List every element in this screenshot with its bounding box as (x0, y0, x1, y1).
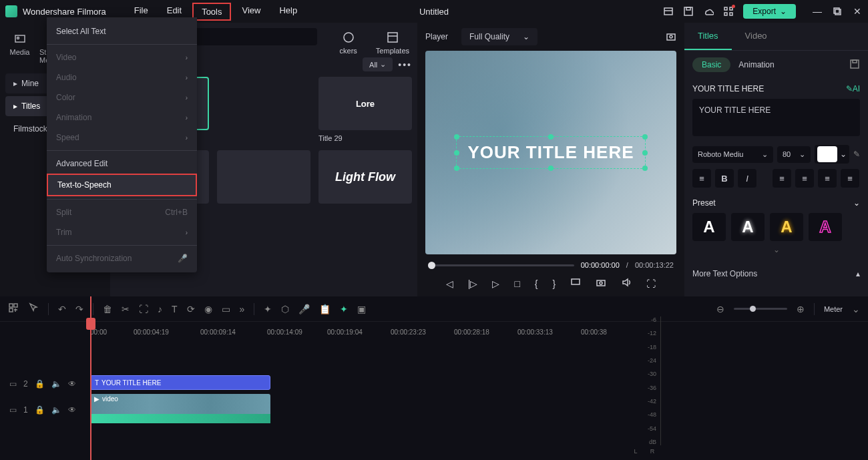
playback-scrubber[interactable] (428, 264, 574, 266)
close-button[interactable]: ✕ (852, 6, 863, 17)
font-size-select[interactable]: 80⌄ (777, 146, 811, 163)
align-justify-button[interactable]: ≡ (841, 169, 859, 188)
line-spacing-button[interactable]: ≡ (692, 169, 711, 188)
zoom-out-icon[interactable]: ⊖ (716, 304, 724, 314)
tab-stickers[interactable]: ckers (337, 28, 360, 57)
color-icon[interactable]: ◉ (204, 304, 212, 314)
save-icon[interactable] (683, 6, 694, 17)
save-preset-icon[interactable] (849, 59, 860, 71)
align-left-button[interactable]: ≡ (773, 169, 791, 188)
tab-templates[interactable]: Templates (373, 28, 412, 57)
zoom-in-icon[interactable]: ⊕ (797, 304, 805, 314)
eyedropper-icon[interactable]: ✎ (853, 150, 860, 159)
more-text-options[interactable]: More Text Options▴ (692, 265, 860, 282)
snapshot-icon[interactable] (666, 31, 676, 42)
menu-audio[interactable]: Audio› (47, 67, 197, 87)
music-icon[interactable]: ♪ (158, 304, 162, 314)
subtab-animation[interactable]: Animation (738, 60, 774, 69)
camera-icon[interactable] (596, 277, 606, 290)
mic-icon[interactable]: 🎤 (298, 304, 310, 314)
menu-animation[interactable]: Animation› (47, 107, 197, 128)
preset-4[interactable]: A (809, 213, 842, 241)
frame-icon[interactable]: ▣ (357, 304, 366, 314)
layout-icon[interactable] (663, 6, 674, 17)
timeline-ruler[interactable]: 00:00 00:00:04:19 00:00:09:14 00:00:14:0… (0, 322, 868, 342)
ai-edit-icon[interactable]: ✎AI (846, 84, 860, 93)
font-family-select[interactable]: Roboto Mediu⌄ (692, 146, 773, 163)
prev-frame-icon[interactable]: ◁ (446, 278, 453, 289)
track-badge-icon[interactable]: ▭ (9, 405, 17, 415)
preset-more-icon[interactable]: ⌄ (692, 245, 860, 254)
visibility-icon[interactable]: 👁 (68, 379, 76, 389)
chevron-down-icon[interactable]: ⌄ (852, 304, 860, 314)
menu-advanced-edit[interactable]: Advanced Edit (47, 154, 197, 174)
fullscreen-icon[interactable]: ⛶ (646, 278, 656, 289)
speed-icon[interactable]: ⟳ (187, 304, 195, 314)
menu-auto-sync[interactable]: Auto Synchronization🎤 (47, 248, 197, 268)
quality-dropdown[interactable]: Full Quality⌄ (461, 28, 537, 45)
tab-media[interactable]: Media (3, 28, 37, 68)
mute-icon[interactable]: 🔈 (51, 379, 61, 389)
minimize-button[interactable]: — (812, 6, 823, 17)
play-icon[interactable]: ▷ (492, 278, 499, 289)
menu-help[interactable]: Help (271, 3, 305, 21)
video-clip[interactable]: ▶video (90, 394, 270, 423)
zoom-slider[interactable] (734, 308, 787, 310)
menu-tools[interactable]: Tools (192, 3, 231, 21)
expand-icon[interactable]: » (240, 304, 245, 314)
track-badge-icon[interactable]: ▭ (9, 379, 17, 389)
menu-split[interactable]: SplitCtrl+B (47, 202, 197, 222)
more-options-button[interactable]: ••• (398, 59, 412, 70)
video-preview[interactable]: YOUR TITLE HERE (425, 51, 676, 254)
volume-icon[interactable] (621, 277, 632, 290)
subtab-basic[interactable]: Basic (692, 57, 730, 72)
visibility-icon[interactable]: 👁 (68, 405, 76, 415)
bold-button[interactable]: B (715, 169, 734, 188)
menu-speed[interactable]: Speed› (47, 128, 197, 148)
align-right-button[interactable]: ≡ (818, 169, 837, 188)
tab-video-inspector[interactable]: Video (732, 23, 781, 50)
mark-in-icon[interactable]: { (535, 278, 538, 289)
title-clip[interactable]: TYOUR TITLE HERE (90, 375, 270, 390)
undo-icon[interactable]: ↶ (58, 304, 66, 314)
maximize-button[interactable] (832, 6, 843, 17)
auto-icon[interactable]: ✦ (264, 304, 272, 314)
mute-icon[interactable]: 🔈 (51, 405, 61, 415)
transcript-icon[interactable]: 📋 (319, 304, 331, 314)
text-icon[interactable]: T (172, 304, 178, 314)
step-back-icon[interactable]: |▷ (468, 278, 478, 289)
preset-2[interactable]: A (731, 213, 765, 241)
menu-trim[interactable]: Trim› (47, 222, 197, 242)
menu-select-all-text[interactable]: Select All Text (47, 21, 197, 41)
title-overlay[interactable]: YOUR TITLE HERE (456, 136, 645, 169)
italic-button[interactable]: I (738, 169, 756, 188)
lock-icon[interactable]: 🔒 (35, 379, 45, 389)
tab-titles-inspector[interactable]: Titles (684, 23, 732, 50)
redo-icon[interactable]: ↷ (75, 304, 83, 314)
menu-color[interactable]: Color› (47, 87, 197, 107)
mark-out-icon[interactable]: } (553, 278, 556, 289)
marker-icon[interactable]: ✦ (340, 304, 348, 314)
title-thumb-29[interactable]: Lore (318, 77, 412, 130)
cursor-icon[interactable] (28, 302, 39, 315)
menu-view[interactable]: View (234, 3, 268, 21)
preset-1[interactable]: A (692, 213, 726, 241)
title-thumb[interactable] (217, 150, 310, 204)
menu-video[interactable]: Video› (47, 47, 197, 67)
apps-icon[interactable] (723, 6, 734, 17)
delete-icon[interactable]: 🗑 (103, 304, 112, 314)
display-icon[interactable] (570, 277, 581, 290)
filter-all-button[interactable]: All⌄ (363, 57, 393, 71)
chevron-down-icon[interactable]: ⌄ (853, 198, 860, 208)
preset-3[interactable]: A (770, 213, 803, 241)
title-text-input[interactable]: YOUR TITLE HERE (692, 99, 860, 136)
cloud-icon[interactable] (703, 6, 714, 17)
title-thumb-lightflow[interactable]: Light Flow (318, 150, 412, 204)
playhead[interactable] (90, 296, 91, 460)
stop-icon[interactable]: □ (514, 278, 519, 289)
add-track-icon[interactable] (8, 302, 19, 315)
crop-icon[interactable]: ⛶ (139, 304, 148, 314)
mask-icon[interactable]: ▭ (222, 304, 230, 314)
menu-text-to-speech[interactable]: Text-to-Speech (47, 174, 197, 196)
font-color-picker[interactable]: ⌄ (815, 145, 849, 164)
